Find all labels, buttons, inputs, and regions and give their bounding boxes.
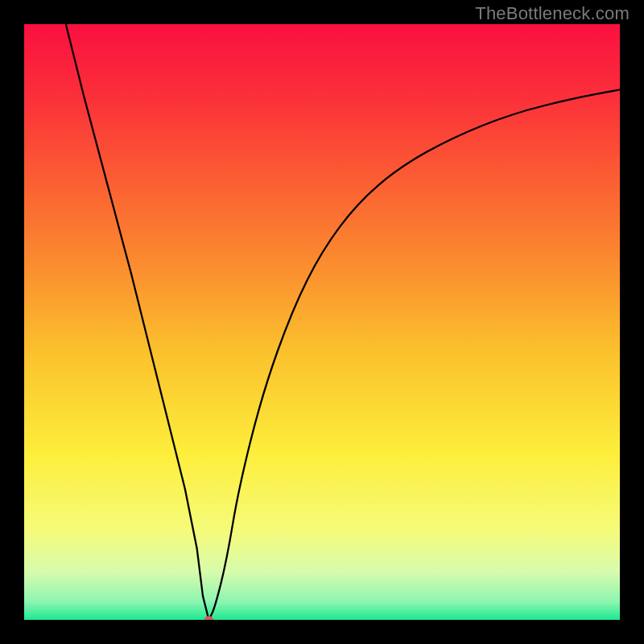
gradient-background — [24, 24, 620, 620]
chart-container: TheBottleneck.com — [0, 0, 644, 644]
chart-svg — [24, 24, 620, 620]
plot-frame — [24, 24, 620, 620]
watermark-text: TheBottleneck.com — [475, 3, 630, 24]
